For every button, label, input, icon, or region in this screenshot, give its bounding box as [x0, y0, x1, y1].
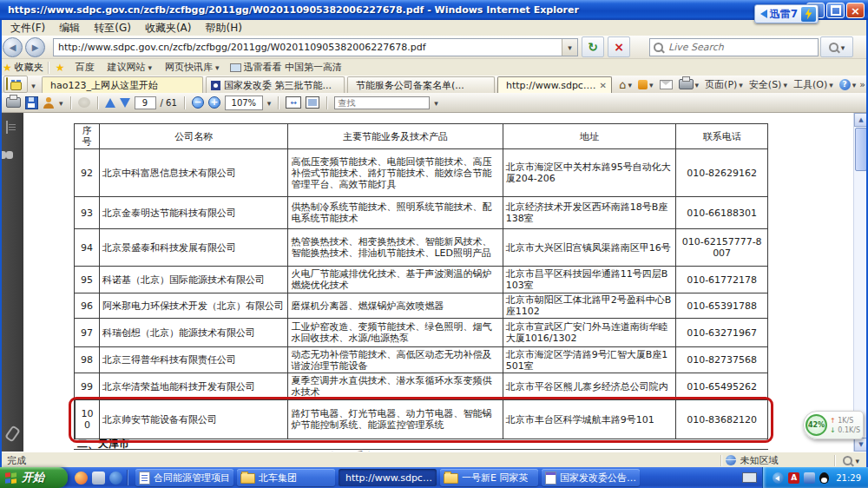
- maximize-button[interactable]: [826, 3, 845, 18]
- tab-close-icon[interactable]: ✕: [600, 81, 607, 90]
- pdf-print-button[interactable]: [6, 97, 21, 108]
- cell-phone: 010-82629162: [675, 149, 767, 196]
- address-field-container: [53, 38, 578, 56]
- scrollbar-thumb[interactable]: [855, 128, 867, 171]
- quick-launch-icon-2[interactable]: [92, 472, 105, 485]
- zoom-in-button[interactable]: +: [208, 96, 220, 109]
- start-label: 开始: [22, 470, 44, 485]
- task-contract-project[interactable]: 合同能源管理项目: [135, 469, 233, 486]
- cell-company: 科瑞创想（北京）能源技术有限公司: [99, 319, 287, 346]
- percent-badge: 42%: [806, 414, 827, 436]
- task-ndrc-notice-doc[interactable]: 国家发改委公告 -..: [542, 469, 640, 486]
- tab-company-list[interactable]: 节能服务公司备案名单(...: [347, 76, 495, 93]
- more-commands-icon[interactable]: [859, 79, 865, 90]
- upload-arrow-icon: ↑: [830, 417, 836, 425]
- tab-hao123[interactable]: hao123_上网从这里开始: [42, 76, 203, 93]
- add-favorite-icon[interactable]: ★: [56, 62, 65, 74]
- tools-menu-button[interactable]: 工具(O): [791, 78, 836, 91]
- task-ie-current[interactable]: http://www.sdpc....: [339, 469, 437, 486]
- fav-link-baidu[interactable]: 百度: [68, 61, 100, 74]
- cell-company: 阿米那电力环保技术开发（北京）有限公司: [99, 293, 287, 318]
- home-button[interactable]: [616, 78, 635, 91]
- download-arrow-icon: ↓: [830, 426, 836, 434]
- page-thumbnails-icon[interactable]: [6, 121, 8, 134]
- network-speed-widget[interactable]: 42% ↑ 1K/S ↓ 0.1K/S: [803, 411, 864, 439]
- pdf-save-button[interactable]: [25, 96, 38, 109]
- search-input[interactable]: [667, 41, 814, 54]
- tab-list-button[interactable]: [28, 77, 39, 93]
- fullscreen-button[interactable]: [306, 96, 319, 109]
- find-input[interactable]: [335, 97, 448, 109]
- close-button[interactable]: [846, 3, 865, 18]
- chevron-down-icon[interactable]: [434, 98, 438, 108]
- page-zoom-control[interactable]: [839, 455, 868, 466]
- menu-file[interactable]: 文件(F): [3, 21, 52, 36]
- tray-qq-icon[interactable]: [819, 472, 829, 484]
- fav-link-suggested-sites[interactable]: 建议网站: [100, 61, 158, 74]
- quick-launch-icon-3[interactable]: [109, 472, 122, 485]
- cell-business: 磨煤机分离器、燃煤锅炉高效喷燃器: [287, 293, 502, 318]
- chevron-down-icon[interactable]: [267, 98, 272, 108]
- refresh-button[interactable]: [582, 36, 604, 57]
- search-go-button[interactable]: [820, 36, 853, 57]
- divider: [127, 470, 128, 485]
- cell-business: 夏季空调井水直供技术、潜水泵循环水泵变频供水技术: [287, 373, 502, 399]
- fav-link-webslice-gallery[interactable]: 网页快讯库: [157, 61, 225, 74]
- comments-icon[interactable]: [6, 77, 8, 90]
- cell-company: 北京帅安节能设备有限公司: [99, 400, 287, 439]
- next-page-button[interactable]: [120, 98, 130, 108]
- cell-no: 96: [75, 293, 99, 318]
- task-beiche-folder[interactable]: 北车集团: [237, 469, 335, 486]
- pdf-viewer: 序号 公司名称 主要节能业务及技术产品 地址 联系电话 92 北京中科富恩信息技…: [0, 113, 868, 452]
- print-button[interactable]: [676, 79, 702, 90]
- start-button[interactable]: 开始: [0, 467, 68, 488]
- favorites-label[interactable]: 收藏夹: [15, 61, 43, 74]
- divider: [278, 96, 279, 109]
- pdf-share-button[interactable]: [43, 97, 55, 109]
- menu-edit[interactable]: 编辑: [52, 21, 87, 36]
- menu-help[interactable]: 帮助(H): [199, 21, 249, 36]
- address-input[interactable]: [56, 41, 562, 54]
- page-total-label: / 61: [161, 98, 177, 108]
- attachments-icon[interactable]: [4, 425, 21, 442]
- fit-width-button[interactable]: [286, 96, 301, 109]
- task-folder-2[interactable]: 一号新E 同家英: [440, 469, 538, 486]
- tab-ndrc-notice[interactable]: 国家发改委 第三批节能...: [206, 76, 345, 93]
- safety-menu-button[interactable]: 安全(S): [746, 78, 790, 91]
- cell-no: 98: [75, 347, 99, 373]
- tray-adobe-icon[interactable]: A: [788, 472, 799, 484]
- feeds-button[interactable]: [635, 79, 656, 90]
- mail-icon: [660, 80, 673, 89]
- tray-messenger-icon[interactable]: [804, 472, 815, 484]
- tab-current-pdf[interactable]: http://www.sdpc.gov... ✕: [497, 76, 612, 93]
- chevron-down-icon: [852, 79, 857, 90]
- tray-thunder-icon[interactable]: [773, 472, 784, 484]
- chevron-down-icon[interactable]: [59, 98, 63, 108]
- page-menu-button[interactable]: 页面(P): [702, 78, 746, 91]
- chevron-down-icon: [215, 62, 220, 73]
- address-dropdown-button[interactable]: [562, 39, 577, 56]
- quick-launch-icon-1[interactable]: [75, 472, 88, 485]
- cell-company: 科诺基（北京）国际能源技术有限公司: [99, 267, 287, 293]
- pdf-collab-button: [78, 97, 90, 108]
- help-button[interactable]: ?: [837, 79, 859, 90]
- stop-button[interactable]: [608, 36, 630, 57]
- cell-address: 北京市平谷区熊儿寨乡经济总公司院内: [503, 373, 676, 399]
- zoom-out-button[interactable]: −: [192, 96, 204, 109]
- cell-phone: 010-65495262: [675, 373, 767, 399]
- thunder7-badge[interactable]: 迅雷7: [754, 4, 819, 23]
- back-button[interactable]: ◀: [3, 37, 23, 57]
- read-mail-button[interactable]: [657, 80, 675, 89]
- favorites-star-icon[interactable]: ★: [3, 62, 12, 74]
- forward-button[interactable]: ▶: [25, 37, 45, 57]
- input-method-icon[interactable]: [742, 472, 757, 483]
- cell-business: 热管换热技术、相变换热技术、智能新风技术、智能换热技术、排油机节能技术、LED照…: [287, 229, 502, 266]
- menu-goto[interactable]: 转至(G): [87, 21, 138, 36]
- page-number-input[interactable]: [135, 96, 156, 109]
- taskbar: 开始 合同能源管理项目 北车集团 http://www.sdpc.... 一号新…: [0, 467, 868, 488]
- cell-company: 北京华清荣益地能科技开发有限公司: [99, 373, 287, 399]
- menu-favorites[interactable]: 收藏夹(A): [138, 21, 199, 36]
- fav-link-xunlei-kankan[interactable]: 迅雷看看 中国第一高清: [225, 61, 348, 74]
- zoom-level-select[interactable]: 107%: [225, 96, 263, 110]
- previous-page-button[interactable]: [105, 98, 115, 108]
